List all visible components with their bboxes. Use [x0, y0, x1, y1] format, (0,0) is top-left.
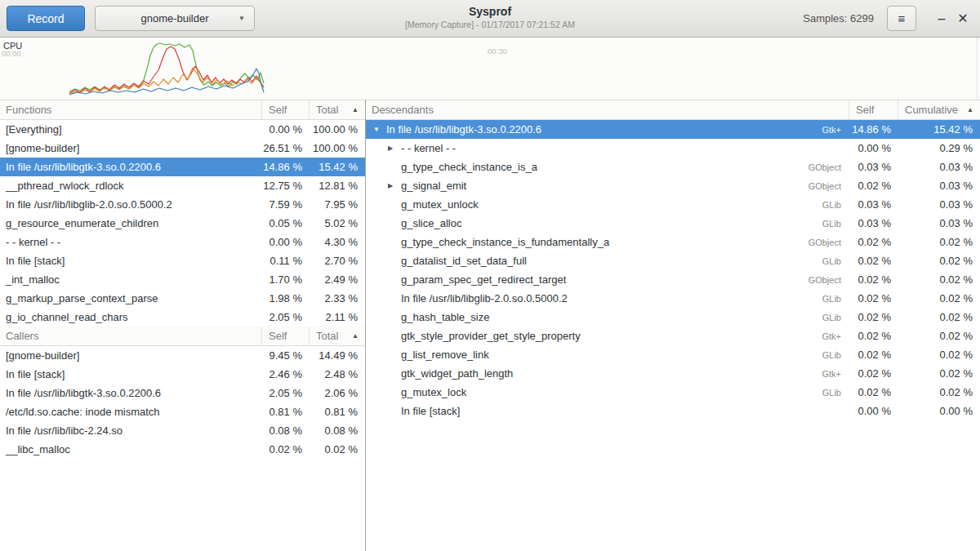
functions-column-headers: Functions Self Total ▲ — [0, 100, 365, 120]
functions-self-column-header[interactable]: Self — [262, 100, 310, 119]
library-badge: Gtk+ — [822, 125, 841, 135]
callers-table-body: [gnome-builder] 9.45 % 14.49 % In file [… — [0, 346, 365, 459]
caller-total-percent: 0.81 % — [310, 406, 365, 418]
function-name: [Everything] — [5, 123, 262, 136]
function-name: _int_malloc — [5, 273, 262, 286]
sysprof-window: Record gnome-builder ▼ Sysprof [Memory C… — [0, 0, 980, 551]
descendant-row[interactable]: g_mutex_unlock GLib 0.03 % 0.03 % — [366, 195, 980, 214]
functions-total-column-header[interactable]: Total ▲ — [310, 100, 365, 119]
function-row[interactable]: [gnome-builder] 26.51 % 100.00 % — [0, 139, 365, 158]
descendant-self-percent: 14.86 % — [849, 123, 898, 136]
function-row[interactable]: g_resource_enumerate_children 0.05 % 5.0… — [0, 214, 365, 233]
callers-self-column-header[interactable]: Self — [262, 327, 310, 345]
descendant-row[interactable]: ▶ - - kernel - - 0.00 % 0.29 % — [366, 139, 980, 158]
descendant-name: g_mutex_unlock — [400, 198, 822, 211]
descendant-row[interactable]: g_datalist_id_set_data_full GLib 0.02 % … — [366, 251, 980, 270]
descendant-name: g_slice_alloc — [400, 217, 822, 229]
function-row[interactable]: g_io_channel_read_chars 2.05 % 2.11 % — [0, 308, 365, 327]
descendant-name: g_param_spec_get_redirect_target — [400, 273, 808, 286]
caller-row[interactable]: In file [stack] 2.46 % 2.48 % — [0, 365, 365, 384]
descendant-row[interactable]: g_slice_alloc GLib 0.03 % 0.03 % — [366, 214, 980, 233]
descendants-table-body: ▼ In file /usr/lib/libgtk-3.so.0.2200.6 … — [366, 120, 980, 420]
caller-name: [gnome-builder] — [5, 349, 262, 362]
function-total-percent: 2.49 % — [310, 273, 365, 286]
descendant-row[interactable]: ▶ g_signal_emit GObject 0.02 % 0.03 % — [366, 176, 980, 195]
descendant-name: g_hash_table_size — [400, 311, 822, 323]
descendants-cumulative-column-header[interactable]: Cumulative ▲ — [898, 100, 980, 119]
descendant-row[interactable]: g_hash_table_size GLib 0.02 % 0.02 % — [366, 308, 980, 327]
cpu-timeline[interactable]: CPU 00:00 00:30 — [0, 38, 980, 100]
function-row[interactable]: In file [stack] 0.11 % 2.70 % — [0, 251, 365, 270]
descendant-row[interactable]: gtk_widget_path_length Gtk+ 0.02 % 0.02 … — [366, 364, 980, 383]
timeline-gridline — [977, 38, 978, 100]
descendant-self-percent: 0.02 % — [849, 311, 898, 323]
caller-total-percent: 14.49 % — [310, 349, 365, 362]
descendant-self-percent: 0.03 % — [849, 198, 898, 211]
close-icon: ✕ — [957, 11, 968, 25]
caller-row[interactable]: __libc_malloc 0.02 % 0.02 % — [0, 440, 365, 459]
caller-name: In file [stack] — [5, 368, 262, 380]
callers-column-headers: Callers Self Total ▲ — [0, 327, 365, 346]
descendant-row[interactable]: In file [stack] 0.00 % 0.00 % — [366, 402, 980, 420]
descendant-name: g_type_check_instance_is_a — [400, 161, 808, 173]
descendant-row[interactable]: g_list_remove_link GLib 0.02 % 0.02 % — [366, 345, 980, 364]
descendant-self-percent: 0.02 % — [849, 236, 898, 248]
descendant-self-percent: 0.02 % — [849, 292, 898, 304]
expander-icon[interactable]: ▶ — [385, 182, 400, 189]
cpu-line-red — [69, 47, 264, 93]
descendant-cumulative-percent: 0.02 % — [898, 311, 980, 323]
function-row[interactable]: __pthread_rwlock_rdlock 12.75 % 12.81 % — [0, 176, 365, 195]
function-self-percent: 1.98 % — [262, 292, 310, 304]
descendant-name: In file /usr/lib/libglib-2.0.so.0.5000.2 — [400, 292, 822, 304]
descendant-self-percent: 0.02 % — [849, 330, 898, 342]
function-row[interactable]: In file /usr/lib/libgtk-3.so.0.2200.6 14… — [0, 158, 365, 176]
descendant-row[interactable]: g_type_check_instance_is_fundamentally_a… — [366, 233, 980, 251]
descendants-self-column-header[interactable]: Self — [849, 100, 898, 119]
function-self-percent: 1.70 % — [262, 273, 310, 286]
descendant-name: In file /usr/lib/libgtk-3.so.0.2200.6 — [385, 123, 822, 136]
descendant-self-percent: 0.02 % — [849, 273, 898, 286]
library-badge: Gtk+ — [822, 369, 841, 379]
expander-icon[interactable]: ▶ — [385, 144, 400, 152]
record-button[interactable]: Record — [7, 6, 85, 31]
function-total-percent: 2.70 % — [310, 255, 365, 267]
hamburger-menu-icon: ≡ — [898, 11, 906, 25]
descendant-row[interactable]: g_mutex_lock GLib 0.02 % 0.02 % — [366, 383, 980, 402]
function-row[interactable]: - - kernel - - 0.00 % 4.30 % — [0, 233, 365, 251]
callers-column-header[interactable]: Callers — [0, 327, 262, 345]
expander-icon[interactable]: ▼ — [371, 126, 385, 133]
callers-total-column-header[interactable]: Total ▲ — [310, 327, 365, 345]
descendant-row[interactable]: In file /usr/lib/libglib-2.0.so.0.5000.2… — [366, 289, 980, 308]
caller-row[interactable]: /etc/ld.so.cache: inode mismatch 0.81 % … — [0, 402, 365, 421]
main-split-panes: Functions Self Total ▲ [Everything] 0.00… — [0, 100, 980, 551]
caller-row[interactable]: [gnome-builder] 9.45 % 14.49 % — [0, 346, 365, 365]
caller-row[interactable]: In file /usr/lib/libgtk-3.so.0.2200.6 2.… — [0, 384, 365, 402]
function-total-percent: 2.33 % — [310, 292, 365, 304]
time-tick-start: 00:00 — [2, 49, 21, 58]
function-total-percent: 7.95 % — [310, 198, 365, 211]
descendant-row[interactable]: ▼ In file /usr/lib/libgtk-3.so.0.2200.6 … — [366, 120, 980, 139]
descendant-row[interactable]: g_param_spec_get_redirect_target GObject… — [366, 270, 980, 289]
descendants-column-header[interactable]: Descendants — [366, 100, 849, 119]
caller-row[interactable]: In file /usr/lib/libc-2.24.so 0.08 % 0.0… — [0, 421, 365, 440]
descendant-cumulative-percent: 15.42 % — [898, 123, 980, 136]
library-badge: GObject — [808, 181, 841, 191]
functions-column-header[interactable]: Functions — [0, 100, 262, 119]
function-row[interactable]: g_markup_parse_context_parse 1.98 % 2.33… — [0, 289, 365, 308]
function-total-percent: 100.00 % — [310, 142, 365, 154]
descendant-row[interactable]: g_type_check_instance_is_a GObject 0.03 … — [366, 158, 980, 176]
minimize-button[interactable]: – — [931, 7, 952, 31]
function-self-percent: 2.05 % — [262, 311, 310, 323]
function-name: [gnome-builder] — [5, 142, 262, 154]
close-button[interactable]: ✕ — [952, 7, 973, 31]
process-selector-dropdown[interactable]: gnome-builder ▼ — [95, 6, 255, 31]
function-self-percent: 0.05 % — [262, 217, 310, 229]
function-row[interactable]: [Everything] 0.00 % 100.00 % — [0, 120, 365, 139]
function-row[interactable]: In file /usr/lib/libglib-2.0.so.0.5000.2… — [0, 195, 365, 214]
caller-total-percent: 2.06 % — [310, 387, 365, 399]
descendant-row[interactable]: gtk_style_provider_get_style_property Gt… — [366, 327, 980, 345]
descendant-name: g_datalist_id_set_data_full — [400, 255, 822, 267]
hamburger-menu-button[interactable]: ≡ — [887, 6, 916, 31]
library-badge: GLib — [822, 219, 841, 229]
function-row[interactable]: _int_malloc 1.70 % 2.49 % — [0, 270, 365, 289]
